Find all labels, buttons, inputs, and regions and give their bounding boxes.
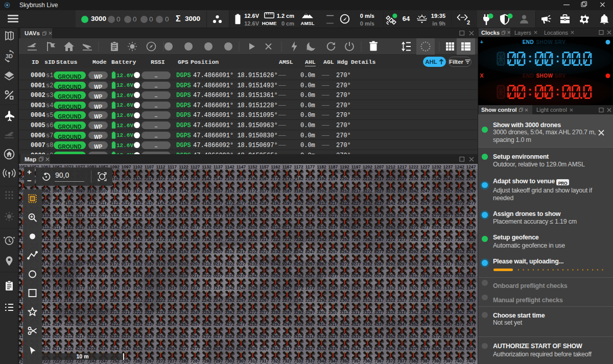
svg-text:0237: 0237 bbox=[237, 273, 246, 278]
svg-text:5232: 5232 bbox=[110, 334, 120, 339]
svg-text:3362: 3362 bbox=[455, 310, 464, 315]
svg-text:3287: 3287 bbox=[282, 310, 292, 315]
svg-text:6172: 6172 bbox=[179, 225, 188, 230]
svg-text:7222: 7222 bbox=[271, 237, 280, 242]
svg-text:0227: 0227 bbox=[214, 273, 223, 278]
svg-text:6137: 6137 bbox=[99, 225, 108, 230]
svg-text:3342: 3342 bbox=[409, 310, 418, 315]
svg-text:7372: 7372 bbox=[386, 358, 395, 363]
svg-text:2202: 2202 bbox=[110, 298, 120, 303]
svg-text:3322: 3322 bbox=[363, 310, 372, 315]
svg-text:4292: 4292 bbox=[271, 322, 280, 327]
svg-text:9157: 9157 bbox=[76, 261, 85, 266]
svg-text:8202: 8202 bbox=[202, 249, 211, 254]
svg-text:2172: 2172 bbox=[41, 298, 51, 303]
svg-text:5277: 5277 bbox=[214, 334, 223, 339]
svg-text:1252: 1252 bbox=[248, 285, 257, 290]
svg-text:1272: 1272 bbox=[294, 285, 303, 290]
svg-text:6257: 6257 bbox=[145, 346, 154, 351]
svg-text:6257: 6257 bbox=[374, 225, 384, 230]
svg-text:1177: 1177 bbox=[76, 285, 85, 290]
svg-text:2167: 2167 bbox=[260, 176, 269, 181]
svg-text:6162: 6162 bbox=[156, 225, 166, 230]
svg-text:9177: 9177 bbox=[122, 261, 131, 266]
svg-text:8317: 8317 bbox=[466, 249, 476, 254]
svg-text:6232: 6232 bbox=[87, 346, 97, 351]
svg-text:1227: 1227 bbox=[420, 164, 430, 169]
svg-text:4262: 4262 bbox=[432, 201, 441, 206]
svg-text:5132: 5132 bbox=[110, 213, 120, 218]
svg-text:4302: 4302 bbox=[294, 322, 303, 327]
svg-text:2187: 2187 bbox=[305, 176, 315, 181]
svg-text:X: X bbox=[480, 72, 484, 79]
svg-text:9232: 9232 bbox=[248, 261, 257, 266]
svg-text:1267: 1267 bbox=[282, 285, 292, 290]
svg-text:2177: 2177 bbox=[53, 298, 62, 303]
svg-text:2337: 2337 bbox=[420, 298, 430, 303]
svg-text:5142: 5142 bbox=[133, 213, 143, 218]
svg-text:5352: 5352 bbox=[386, 334, 395, 339]
svg-text:9317: 9317 bbox=[443, 261, 453, 266]
svg-text:4142: 4142 bbox=[156, 201, 166, 206]
svg-text:3227: 3227 bbox=[374, 188, 384, 193]
svg-text:3232: 3232 bbox=[386, 188, 395, 193]
svg-text:3247: 3247 bbox=[191, 310, 200, 315]
svg-text:4257: 4257 bbox=[191, 322, 200, 327]
svg-text:5257: 5257 bbox=[397, 213, 407, 218]
svg-text:5162: 5162 bbox=[179, 213, 188, 218]
svg-text:0272: 0272 bbox=[317, 273, 326, 278]
svg-text:7277: 7277 bbox=[168, 358, 177, 363]
svg-text:4352: 4352 bbox=[409, 322, 418, 327]
svg-text:8287: 8287 bbox=[397, 249, 407, 254]
svg-text:3167: 3167 bbox=[237, 188, 246, 193]
svg-text:1217: 1217 bbox=[168, 285, 177, 290]
svg-text:3277: 3277 bbox=[260, 310, 269, 315]
svg-text:6157: 6157 bbox=[145, 225, 154, 230]
svg-text:4307: 4307 bbox=[305, 322, 315, 327]
svg-text:1137: 1137 bbox=[214, 164, 223, 169]
svg-text:0197: 0197 bbox=[145, 273, 154, 278]
svg-text:1297: 1297 bbox=[351, 285, 361, 290]
svg-text:4132: 4132 bbox=[133, 201, 143, 206]
svg-text:5192: 5192 bbox=[248, 213, 257, 218]
svg-text:3292: 3292 bbox=[294, 310, 303, 315]
svg-text:6207: 6207 bbox=[260, 225, 269, 230]
svg-text:6252: 6252 bbox=[133, 346, 143, 351]
svg-text:7287: 7287 bbox=[420, 237, 430, 242]
svg-text:2227: 2227 bbox=[397, 176, 407, 181]
svg-text:8302: 8302 bbox=[432, 249, 441, 254]
svg-text:3282: 3282 bbox=[271, 310, 280, 315]
svg-text:4272: 4272 bbox=[225, 322, 234, 327]
svg-text:3182: 3182 bbox=[41, 310, 51, 315]
svg-text:6307: 6307 bbox=[260, 346, 269, 351]
svg-text:END: END bbox=[523, 39, 534, 45]
svg-text:1332: 1332 bbox=[432, 285, 441, 290]
svg-text:2157: 2157 bbox=[237, 176, 246, 181]
svg-text:0312: 0312 bbox=[409, 273, 418, 278]
svg-text:6322: 6322 bbox=[294, 346, 303, 351]
svg-text:9272: 9272 bbox=[340, 261, 349, 266]
svg-text:0192: 0192 bbox=[133, 273, 143, 278]
svg-text:8187: 8187 bbox=[168, 249, 177, 254]
svg-text:3197: 3197 bbox=[76, 310, 85, 315]
svg-text:2197: 2197 bbox=[328, 176, 338, 181]
svg-text:3317: 3317 bbox=[351, 310, 361, 315]
svg-text:6272: 6272 bbox=[179, 346, 188, 351]
svg-text:3252: 3252 bbox=[202, 310, 211, 315]
svg-text:9247: 9247 bbox=[282, 261, 292, 266]
svg-text:6302: 6302 bbox=[248, 346, 257, 351]
svg-text:2327: 2327 bbox=[397, 298, 407, 303]
svg-text:0222: 0222 bbox=[202, 273, 211, 278]
svg-text:9217: 9217 bbox=[214, 261, 223, 266]
svg-text:1322: 1322 bbox=[409, 285, 418, 290]
svg-text:7232: 7232 bbox=[294, 237, 303, 242]
svg-text:6262: 6262 bbox=[386, 225, 395, 230]
svg-text:9227: 9227 bbox=[237, 261, 246, 266]
svg-text:2212: 2212 bbox=[363, 176, 372, 181]
svg-text:3202: 3202 bbox=[87, 310, 97, 315]
svg-text:8242: 8242 bbox=[294, 249, 303, 254]
svg-text:8132: 8132 bbox=[41, 249, 51, 254]
svg-text:4247: 4247 bbox=[168, 322, 177, 327]
svg-text:5362: 5362 bbox=[409, 334, 418, 339]
svg-text:0217: 0217 bbox=[191, 273, 200, 278]
